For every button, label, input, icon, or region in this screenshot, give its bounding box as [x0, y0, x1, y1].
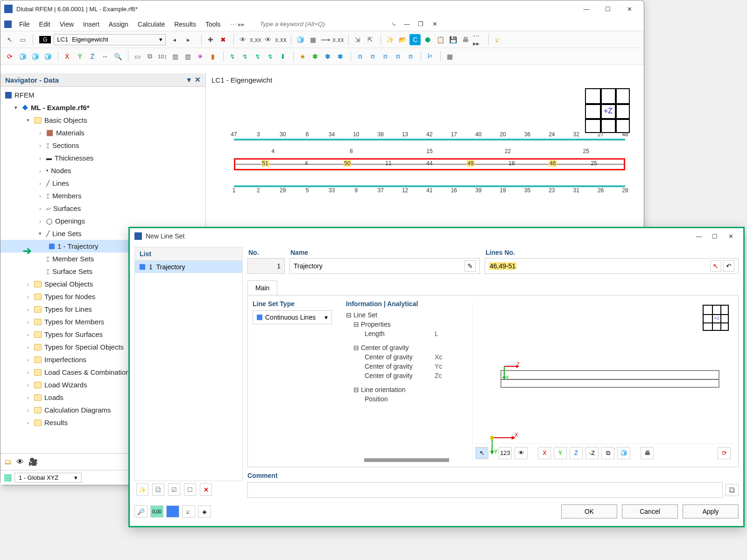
footer-icon[interactable]: ⟀: [182, 505, 195, 518]
tree-item-lines[interactable]: ›╱Lines: [0, 177, 205, 189]
toolbar-icon[interactable]: ✚: [205, 34, 216, 45]
tree-root[interactable]: RFEM: [0, 89, 205, 101]
preview-tool-icon[interactable]: ⟳: [718, 447, 731, 459]
tree-item-sections[interactable]: ›⌶Sections: [0, 139, 205, 152]
loadcase-selector[interactable]: G LC1 Eigengewicht ▾ ◂ ▸: [39, 34, 194, 45]
maximize-button[interactable]: ☐: [597, 1, 619, 16]
ok-button[interactable]: OK: [561, 504, 617, 518]
toolbar-icon[interactable]: 🧊: [29, 51, 41, 62]
menu-more-icon[interactable]: ⋯ ▸▸: [226, 19, 249, 29]
toolbar-icon[interactable]: ⧈: [354, 51, 366, 62]
toolbar-icon[interactable]: ✽: [322, 51, 333, 62]
dialog-maximize[interactable]: ☐: [707, 229, 723, 244]
toolbar-icon[interactable]: ✽: [310, 51, 321, 62]
toolbar-icon[interactable]: x.xx: [275, 34, 286, 45]
preview-tool-icon[interactable]: Ẋ: [538, 447, 551, 459]
toolbar-icon[interactable]: 10↕: [157, 51, 168, 62]
comment-library-icon[interactable]: ⿻: [726, 484, 739, 496]
toolbar-icon[interactable]: ★: [297, 51, 308, 62]
toolbar-icon[interactable]: ⧈: [405, 51, 416, 62]
menu-insert[interactable]: Insert: [79, 19, 103, 29]
edit-icon[interactable]: ✎: [465, 260, 476, 272]
lc-next-icon[interactable]: ▸: [183, 34, 194, 45]
dialog-preview[interactable]: +z xy X Y ↖: [472, 300, 733, 462]
coord-select[interactable]: 1 - Global XYZ ▾: [14, 473, 82, 483]
new-item-icon[interactable]: ✨: [136, 483, 148, 496]
mdi-restore[interactable]: ❐: [415, 17, 427, 32]
toolbar-icon[interactable]: ✽: [335, 51, 346, 62]
menu-file[interactable]: File: [15, 19, 34, 29]
list-item[interactable]: 1 Trajectory: [135, 261, 242, 273]
tab-main[interactable]: Main: [247, 280, 277, 295]
toolbar-icon[interactable]: 👁: [262, 34, 274, 45]
tree-item-members[interactable]: ›⌶Members: [0, 189, 205, 202]
toolbar-icon[interactable]: ✳: [195, 51, 206, 62]
lineset-type-select[interactable]: Continuous Lines ▾: [253, 310, 332, 324]
axis-z-icon[interactable]: Ż: [87, 51, 98, 62]
toolbar-icon[interactable]: ▥: [182, 51, 193, 62]
tree-item-materials[interactable]: ›🟫Materials: [0, 126, 205, 139]
check-all-icon[interactable]: ☑: [168, 483, 180, 496]
preview-tool-icon[interactable]: Ż: [570, 447, 583, 459]
comment-field[interactable]: [247, 482, 723, 498]
toolbar-icon[interactable]: ↯: [265, 51, 276, 62]
toolbar-icon[interactable]: ⬇: [277, 51, 289, 62]
toolbar-icon[interactable]: x.xx: [250, 34, 261, 45]
help-icon[interactable]: 🔎: [134, 505, 148, 518]
toolbar-icon[interactable]: 🧊: [42, 51, 53, 62]
preview-cube[interactable]: +z: [703, 305, 729, 331]
axis-y-icon[interactable]: Ẏ: [74, 51, 85, 62]
keyword-search[interactable]: [259, 20, 389, 28]
preview-tool-icon[interactable]: 🖶: [641, 447, 654, 459]
name-field[interactable]: Trajectory ✎: [289, 258, 480, 274]
footer-icon[interactable]: 🗂: [4, 458, 12, 466]
close-button[interactable]: ✕: [619, 1, 640, 16]
units-icon[interactable]: 0,00: [150, 505, 163, 518]
toolbar-icon[interactable]: ▮: [207, 51, 218, 62]
preview-tool-icon[interactable]: 🧊: [617, 447, 630, 459]
delete-item-icon[interactable]: ✕: [200, 483, 212, 496]
toolbar-icon[interactable]: 🧊: [17, 51, 28, 62]
cloud-icon[interactable]: C: [409, 34, 421, 45]
footer-icon[interactable]: ◈: [198, 505, 211, 518]
menu-assign[interactable]: Assign: [105, 19, 132, 29]
toolbar-icon[interactable]: ↔: [99, 51, 111, 62]
save-icon[interactable]: 💾: [447, 34, 458, 45]
toolbar-icon[interactable]: ▭: [132, 51, 143, 62]
toolbar-icon[interactable]: ⧈: [367, 51, 378, 62]
toolbar-icon[interactable]: ⟀: [492, 34, 503, 45]
dialog-minimize[interactable]: —: [691, 229, 707, 244]
toolbar-icon[interactable]: ⧉: [144, 51, 155, 62]
toolbar-icon[interactable]: 🧊: [295, 34, 306, 45]
preview-tool-icon[interactable]: -Z: [585, 447, 599, 459]
tree-item-thicknesses[interactable]: ›▬Thicknesses: [0, 152, 205, 164]
apply-button[interactable]: Apply: [683, 504, 739, 518]
toolbar-icon[interactable]: ⟿: [320, 34, 331, 45]
toolbar-icon[interactable]: ⬢: [422, 34, 433, 45]
toolbar-more-icon[interactable]: ⋯ ▸▸: [472, 34, 484, 45]
open-icon[interactable]: 📂: [397, 34, 408, 45]
menu-tools[interactable]: Tools: [202, 19, 225, 29]
toolbar-icon[interactable]: x.xx: [332, 34, 344, 45]
toolbar-icon[interactable]: ↯: [252, 51, 263, 62]
menu-edit[interactable]: Edit: [35, 19, 54, 29]
toolbar-icon[interactable]: 📋: [435, 34, 446, 45]
scrollbar[interactable]: [364, 458, 449, 462]
dialog-close[interactable]: ✕: [723, 229, 739, 244]
toolbar-icon[interactable]: ▥: [169, 51, 181, 62]
mdi-close[interactable]: ✕: [429, 17, 441, 32]
eye-icon[interactable]: 👁: [16, 458, 24, 466]
toolbar-icon[interactable]: 🏳: [424, 51, 436, 62]
preview-tool-icon[interactable]: 123: [499, 447, 512, 459]
list-body[interactable]: 1 Trajectory: [134, 261, 243, 481]
tree-item-surfaces[interactable]: ›▱Surfaces: [0, 202, 205, 215]
lines-field[interactable]: 46,49-51 ↖ ↶: [485, 258, 739, 274]
toolbar-icon[interactable]: ⧈: [380, 51, 391, 62]
toolbar-icon[interactable]: ▦: [444, 51, 455, 62]
uncheck-all-icon[interactable]: ☐: [184, 483, 196, 496]
color-icon[interactable]: [166, 505, 179, 518]
menu-calculate[interactable]: Calculate: [134, 19, 169, 29]
axis-x-icon[interactable]: Ẋ: [62, 51, 73, 62]
camera-icon[interactable]: 🎥: [28, 457, 38, 466]
toolbar-icon[interactable]: ⇱: [365, 34, 376, 45]
